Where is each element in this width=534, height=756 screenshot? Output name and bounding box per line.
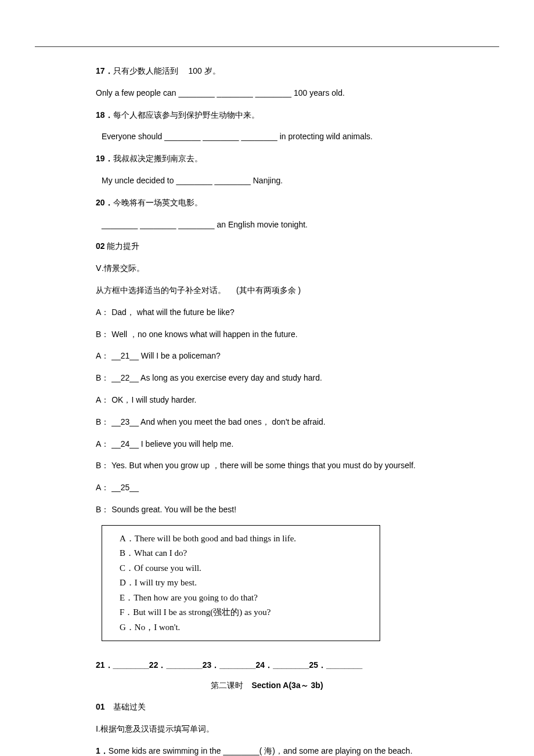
opt-f: F．But will I be as strong(强壮的) as you? [120, 605, 362, 620]
sec01-title: 基础过关 [105, 702, 146, 711]
q20-zh: 20．今晚将有一场英文电影。 [96, 196, 438, 210]
section-title: 第二课时 Section A(3a～ 3b) [96, 681, 438, 691]
q17-zh: 17．只有少数人能活到 100 岁。 [96, 64, 438, 78]
opt-g: G．No，I won't. [120, 620, 362, 635]
q17-en: Only a few people can ________ ________ … [96, 86, 438, 100]
top-rule [35, 46, 499, 47]
dlg-5: B： __23__ And when you meet the bad ones… [96, 415, 438, 429]
q17-zh-text: 只有少数人能活到 100 岁。 [113, 66, 221, 75]
dlg-2: A： __21__ Will I be a policeman? [96, 349, 438, 363]
q19-en: My uncle decided to ________ ________ Na… [96, 174, 438, 188]
v1-num: 1． [96, 746, 109, 755]
dlg-7: B： Yes. But when you grow up ，there will… [96, 459, 438, 473]
dlg-0: A： Dad， what will the future be like? [96, 306, 438, 320]
options-box: A．There will be both good and bad things… [102, 525, 380, 642]
dlg-3: B： __22__ As long as you exercise every … [96, 371, 438, 385]
part5-instr: 从方框中选择适当的句子补全对话。 (其中有两项多余 ) [96, 284, 438, 298]
opt-e: E．Then how are you going to do that? [120, 591, 362, 606]
dlg-4: A： OK，I will study harder. [96, 393, 438, 407]
q18-zh: 18．每个人都应该参与到保护野生动物中来。 [96, 108, 438, 122]
q18-zh-text: 每个人都应该参与到保护野生动物中来。 [113, 110, 259, 120]
dlg-8: A： __25__ [96, 481, 438, 495]
content-area: 17．只有少数人能活到 100 岁。 Only a few people can… [35, 64, 499, 756]
q20-en: ________ ________ ________ an English mo… [96, 218, 438, 232]
v1: 1．Some kids are swimming in the ________… [96, 744, 438, 756]
opt-d: D．I will try my best. [120, 576, 362, 591]
sec01-label: 01 [96, 702, 105, 711]
opt-c: C．Of course you will. [120, 561, 362, 576]
sec01-heading: 01 基础过关 [96, 700, 438, 714]
sec02-label: 02 [96, 241, 105, 251]
part1-label: Ⅰ.根据句意及汉语提示填写单词。 [96, 722, 438, 736]
q20-zh-text: 今晚将有一场英文电影。 [113, 198, 203, 207]
opt-a: A．There will be both good and bad things… [120, 531, 362, 547]
q19-zh: 19．我叔叔决定搬到南京去。 [96, 152, 438, 166]
answers-line: 21．________22．________23．________24．____… [96, 659, 438, 672]
section-title-prefix: 第二课时 [211, 681, 251, 690]
dlg-1: B： Well ，no one knows what will happen i… [96, 328, 438, 342]
q19-num: 19． [96, 154, 113, 163]
dlg-6: A： __24__ I believe you will help me. [96, 437, 438, 451]
dlg-9: B： Sounds great. You will be the best! [96, 503, 438, 517]
v1-txt: Some kids are swimming in the ________( … [109, 746, 413, 755]
section-title-bold: Section A(3a～ 3b) [251, 681, 323, 690]
part5-label: Ⅴ.情景交际。 [96, 262, 438, 276]
q19-zh-text: 我叔叔决定搬到南京去。 [113, 154, 203, 163]
q20-num: 20． [96, 198, 113, 207]
answers-line-text: 21．________22．________23．________24．____… [96, 660, 362, 670]
q17-num: 17． [96, 66, 113, 75]
q18-num: 18． [96, 110, 113, 120]
sec02-title: 能力提升 [107, 241, 139, 251]
sec02-heading: 02 能力提升 [96, 240, 438, 254]
q18-en: Everyone should ________ ________ ______… [96, 130, 438, 144]
opt-b: B．What can I do? [120, 546, 362, 561]
